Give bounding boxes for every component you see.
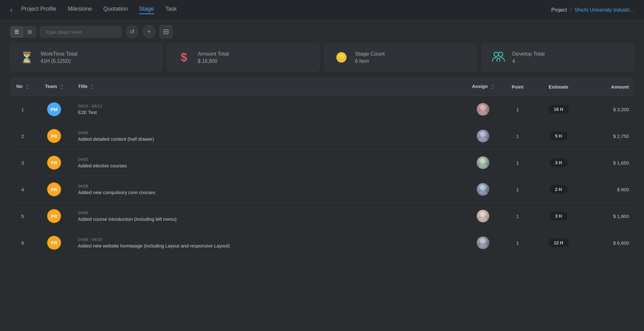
cell-amount: $ 800 xyxy=(584,176,634,203)
estimate-badge: 2 H xyxy=(549,185,568,194)
stage-name-input[interactable] xyxy=(40,26,122,38)
tab-stage[interactable]: Stage xyxy=(139,6,154,14)
table-row[interactable]: 6 FR 04/08 - 04/10 Added new website hom… xyxy=(10,230,634,256)
title-date: 04/10 - 04/12 xyxy=(78,104,459,108)
cell-point: 1 xyxy=(502,230,533,256)
svg-point-9 xyxy=(479,191,487,196)
cell-estimate: 2 H xyxy=(533,176,584,203)
toolbar: ☰ ⊞ ↺ + ⊟ xyxy=(0,20,644,43)
stat-card-stage-count: 🪙 Stage Count 6 Item xyxy=(325,43,477,71)
cell-no: 5 xyxy=(10,203,35,230)
cell-amount: $ 2,750 xyxy=(584,123,634,149)
title-text: E2E Test xyxy=(78,110,459,115)
cell-estimate: 3 H xyxy=(533,203,584,230)
table-container: No ▲▼ Team ▲▼ Title ▲▼ Assign ▲▼ Point E… xyxy=(0,78,644,256)
title-date: 04/04 xyxy=(78,130,459,135)
estimate-badge: 3 H xyxy=(549,212,568,220)
svg-point-3 xyxy=(479,111,487,116)
table-row[interactable]: 2 FR 04/04 Added detailed content (half … xyxy=(10,123,634,149)
avatar xyxy=(477,156,489,169)
cell-amount: $ 1,800 xyxy=(584,203,634,230)
tab-milestone[interactable]: Milestone xyxy=(68,6,92,14)
col-header-amount: Amount xyxy=(584,78,634,96)
table-row[interactable]: 1 PM 04/10 - 04/12 E2E Test 1 16 H $ 3,2… xyxy=(10,96,634,123)
table-row[interactable]: 5 FR 04/05 Added course introduction (in… xyxy=(10,203,634,230)
title-date: 04/05 xyxy=(78,157,459,162)
col-header-title[interactable]: Title ▲▼ xyxy=(73,78,464,96)
cell-team: FR xyxy=(35,123,73,149)
cell-title: 04/08 Added new compulsory core courses xyxy=(73,176,464,203)
stat-card-amount: $ Amount Total $ 16,800 xyxy=(167,43,319,71)
grid-view-button[interactable]: ⊞ xyxy=(23,26,36,38)
tab-task[interactable]: Task xyxy=(165,6,177,14)
cell-point: 1 xyxy=(502,176,533,203)
team-badge: FR xyxy=(47,156,61,170)
amount-icon: $ xyxy=(176,51,192,64)
title-date: 04/08 xyxy=(78,184,459,188)
avatar xyxy=(477,236,489,249)
title-text: Added elective courses xyxy=(78,163,459,168)
cell-point: 1 xyxy=(502,203,533,230)
estimate-badge: 5 H xyxy=(549,132,568,140)
add-button[interactable]: + xyxy=(142,25,156,38)
breadcrumb: Project / Shichi University Industri... xyxy=(551,7,634,13)
tab-project-profile[interactable]: Project Profile xyxy=(21,6,56,14)
svg-point-12 xyxy=(480,238,486,244)
cell-estimate: 3 H xyxy=(533,149,584,176)
worktime-value: 41H (5.125D) xyxy=(41,58,77,64)
avatar xyxy=(477,183,489,196)
amount-label: Amount Total xyxy=(198,51,229,57)
develop-value: 4 xyxy=(512,58,545,64)
list-view-button[interactable]: ☰ xyxy=(10,26,23,38)
cell-no: 4 xyxy=(10,176,35,203)
col-header-assign[interactable]: Assign ▲▼ xyxy=(464,78,502,96)
cell-amount: $ 3,200 xyxy=(584,96,634,123)
table-export-button[interactable]: ⊟ xyxy=(159,25,173,38)
col-header-estimate: Estimate xyxy=(533,78,584,96)
title-text: Added new compulsory core courses xyxy=(78,190,459,195)
back-button[interactable]: ‹ xyxy=(10,6,12,14)
svg-point-1 xyxy=(498,52,503,57)
nav-tabs: Project Profile Milestone Quotation Stag… xyxy=(21,6,551,14)
stage-table: No ▲▼ Team ▲▼ Title ▲▼ Assign ▲▼ Point E… xyxy=(10,78,634,256)
team-badge: FR xyxy=(47,209,61,223)
title-text: Added course introduction (including lef… xyxy=(78,216,459,222)
sort-assign-icon: ▲▼ xyxy=(491,83,494,90)
team-badge: FR xyxy=(47,236,61,250)
cell-estimate: 5 H xyxy=(533,123,584,149)
table-row[interactable]: 3 FR 04/05 Added elective courses 1 3 H … xyxy=(10,149,634,176)
cell-assign xyxy=(464,123,502,149)
tab-quotation[interactable]: Quotation xyxy=(103,6,128,14)
undo-button[interactable]: ↺ xyxy=(125,25,139,38)
amount-value: $ 16,800 xyxy=(198,58,229,64)
top-nav: ‹ Project Profile Milestone Quotation St… xyxy=(0,0,644,20)
col-header-no[interactable]: No ▲▼ xyxy=(10,78,35,96)
cell-assign xyxy=(464,203,502,230)
table-row[interactable]: 4 FR 04/08 Added new compulsory core cou… xyxy=(10,176,634,203)
cell-team: FR xyxy=(35,176,73,203)
stage-count-label: Stage Count xyxy=(355,51,385,57)
cell-title: 04/08 - 04/10 Added new website homepage… xyxy=(73,230,464,256)
sort-title-icon: ▲▼ xyxy=(91,83,94,90)
develop-icon xyxy=(491,51,506,64)
stat-cards: ⏳ WorkTime Total 41H (5.125D) $ Amount T… xyxy=(0,43,644,78)
col-header-team[interactable]: Team ▲▼ xyxy=(35,78,73,96)
col-header-point: Point xyxy=(502,78,533,96)
stage-count-icon: 🪙 xyxy=(334,52,349,63)
cell-assign xyxy=(464,149,502,176)
cell-team: FR xyxy=(35,149,73,176)
stage-count-value: 6 Item xyxy=(355,58,385,64)
estimate-badge: 16 H xyxy=(548,105,569,114)
svg-point-5 xyxy=(479,138,487,142)
estimate-badge: 12 H xyxy=(548,238,569,247)
cell-assign xyxy=(464,230,502,256)
stat-card-worktime: ⏳ WorkTime Total 41H (5.125D) xyxy=(10,43,162,71)
title-text: Added detailed content (half drawer) xyxy=(78,136,459,142)
svg-point-6 xyxy=(480,158,486,164)
cell-point: 1 xyxy=(502,96,533,123)
team-badge: FR xyxy=(47,129,61,143)
sort-team-icon: ▲▼ xyxy=(60,83,63,90)
team-badge: FR xyxy=(47,182,61,196)
cell-point: 1 xyxy=(502,123,533,149)
svg-point-8 xyxy=(480,185,486,191)
